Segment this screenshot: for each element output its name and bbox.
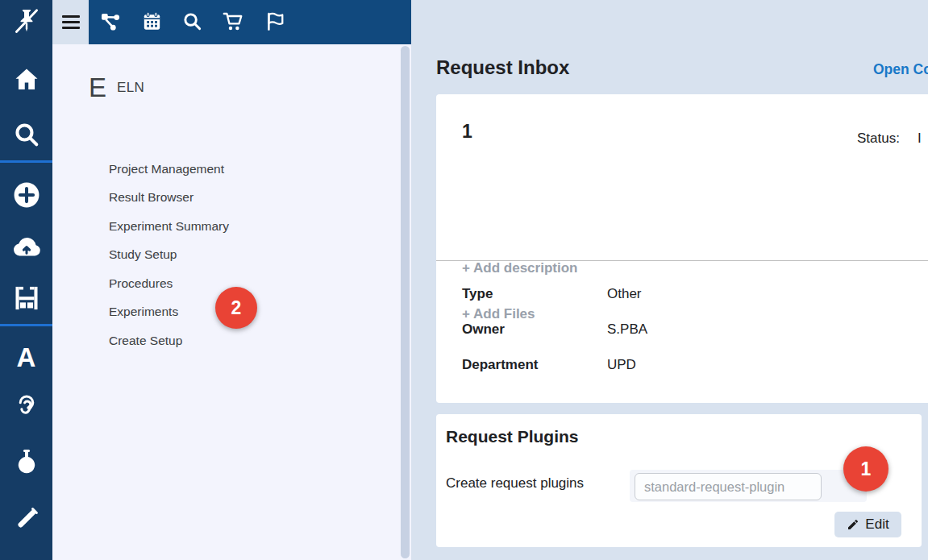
- search-icon: [12, 120, 41, 151]
- menu-item-study-setup[interactable]: Study Setup: [109, 247, 177, 265]
- top-toolbar: [52, 0, 411, 44]
- field-value: S.PBA: [607, 321, 647, 338]
- annotation-badge-1: 1: [843, 446, 888, 492]
- storage-shelf-icon: [12, 284, 41, 315]
- menu-item-create-setup[interactable]: Create Setup: [109, 334, 182, 351]
- menu-drawer: E ELN Project Management Result Browser …: [52, 44, 411, 560]
- field-label: Department: [462, 357, 538, 373]
- workflow-button[interactable]: [94, 6, 127, 39]
- menu-item-experiments[interactable]: Experiments: [109, 305, 178, 322]
- test-tube-icon: [12, 504, 41, 536]
- pin-slash-icon: [12, 6, 41, 38]
- upload-button[interactable]: [8, 230, 44, 267]
- drawer-scrollbar[interactable]: [401, 46, 410, 558]
- menu-item-procedures[interactable]: Procedures: [109, 276, 173, 294]
- rail-divider: [0, 160, 52, 163]
- page-title: Request Inbox: [436, 56, 569, 79]
- field-label: Owner: [462, 321, 505, 338]
- storage-button[interactable]: [8, 281, 44, 317]
- plus-circle-icon: [12, 180, 41, 212]
- plugin-name-input[interactable]: [635, 473, 822, 500]
- edit-button-label: Edit: [865, 516, 888, 533]
- annotation-badge-2: 2: [215, 287, 257, 329]
- edit-button[interactable]: Edit: [834, 512, 901, 537]
- calendar-button[interactable]: [135, 6, 168, 39]
- menu-item-project-management[interactable]: Project Management: [109, 162, 224, 180]
- rail-divider: [0, 324, 52, 326]
- sample-button[interactable]: [8, 502, 44, 538]
- plugins-card-title: Request Plugins: [446, 427, 579, 446]
- cart-button[interactable]: [217, 6, 249, 39]
- field-value: Other: [607, 286, 642, 302]
- add-description-link[interactable]: + Add description: [462, 260, 577, 276]
- drawer-header: E ELN: [89, 74, 144, 101]
- add-new-button[interactable]: [8, 178, 44, 214]
- field-value: UPD: [607, 357, 636, 373]
- field-label: Type: [462, 286, 493, 302]
- card-divider: [436, 260, 928, 261]
- flag-button[interactable]: [259, 6, 291, 39]
- chemistry-button[interactable]: [8, 444, 44, 480]
- menu-item-experiment-summary[interactable]: Experiment Summary: [109, 219, 229, 237]
- module-title: ELN: [117, 80, 144, 96]
- home-button[interactable]: [8, 63, 44, 99]
- app-window: A: [0, 0, 928, 560]
- search-icon: [181, 10, 203, 35]
- left-icon-rail: A: [0, 0, 52, 560]
- ear-icon: [12, 392, 41, 423]
- create-plugins-label: Create request plugins: [446, 475, 584, 492]
- menu-item-result-browser[interactable]: Result Browser: [109, 190, 194, 208]
- audiology-button[interactable]: [8, 389, 44, 425]
- request-detail-card: 1 Status: I + Add description + Add File…: [436, 94, 928, 403]
- cart-icon: [222, 10, 244, 35]
- main-content: Request Inbox Open Co 1 Status: I + Add …: [411, 0, 928, 560]
- calendar-icon: [141, 10, 163, 35]
- menu-icon: [62, 15, 80, 18]
- home-icon: [12, 65, 41, 97]
- menu-toggle-button[interactable]: [52, 0, 89, 44]
- request-plugins-card: Request Plugins Create request plugins 1…: [436, 414, 922, 547]
- flag-icon: [264, 10, 286, 35]
- status-value: I: [918, 131, 922, 147]
- cloud-upload-icon: [11, 232, 42, 265]
- status-label: Status:: [857, 131, 900, 147]
- share-nodes-icon: [99, 10, 122, 35]
- annotation-button[interactable]: A: [8, 339, 44, 375]
- module-letter: E: [89, 74, 106, 101]
- flask-icon: [12, 446, 41, 478]
- search-toolbar-button[interactable]: [176, 6, 208, 39]
- unpin-sidebar-button[interactable]: [0, 0, 52, 44]
- open-console-link[interactable]: Open Co: [873, 61, 928, 78]
- search-nav-button[interactable]: [8, 118, 44, 154]
- letter-a-icon: A: [17, 344, 36, 371]
- request-id: 1: [462, 121, 472, 143]
- pencil-icon: [847, 518, 859, 531]
- add-files-link[interactable]: + Add Files: [462, 306, 535, 322]
